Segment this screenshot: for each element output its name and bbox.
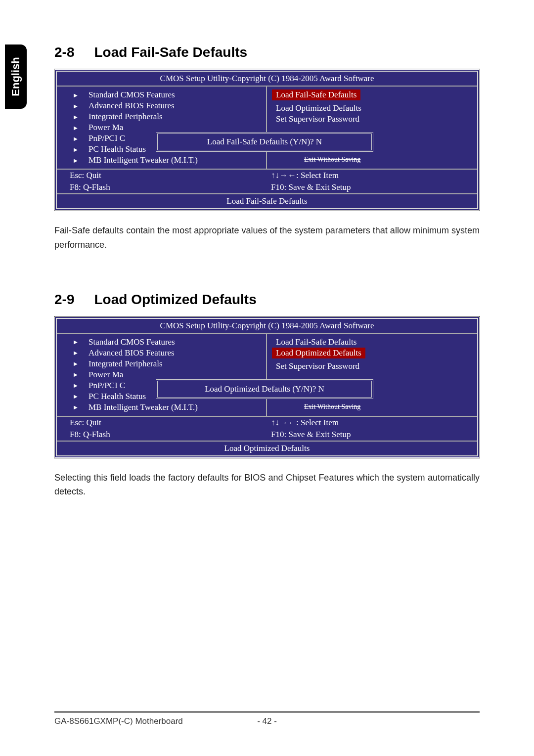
footer-page-number: - 42 - bbox=[247, 716, 287, 726]
key-f10: F10: Save & Exit Setup bbox=[267, 430, 464, 440]
bios-title: CMOS Setup Utility-Copyright (C) 1984-20… bbox=[57, 319, 477, 334]
menu-item-highlighted[interactable]: Load Fail-Safe Defaults bbox=[272, 89, 360, 100]
heading-2-9-num: 2-9 bbox=[54, 292, 74, 308]
bios-left-column: Standard CMOS Features Advanced BIOS Fea… bbox=[57, 87, 267, 169]
confirm-dialog-failsafe[interactable]: Load Fail-Safe Defaults (Y/N)? N bbox=[156, 132, 373, 152]
menu-item[interactable]: Integrated Peripherals bbox=[62, 111, 261, 122]
key-hint-row: F8: Q-Flash F10: Save & Exit Setup bbox=[57, 429, 477, 441]
menu-item[interactable]: Power Ma bbox=[62, 369, 261, 380]
description-28: Fail-Safe defaults contain the most appr… bbox=[54, 223, 480, 252]
description-29: Selecting this field loads the factory d… bbox=[54, 471, 480, 499]
menu-item[interactable]: Power Ma bbox=[62, 122, 261, 133]
heading-2-9-title: Load Optimized Defaults bbox=[94, 292, 256, 307]
bios-left-column: Standard CMOS Features Advanced BIOS Fea… bbox=[57, 334, 267, 416]
language-tab: English bbox=[5, 44, 27, 109]
key-hint-row: Esc: Quit ↑↓→←: Select Item bbox=[57, 417, 477, 429]
page-footer: GA-8S661GXMP(-C) Motherboard - 42 - bbox=[54, 712, 480, 726]
key-f8: F8: Q-Flash bbox=[70, 182, 267, 192]
menu-item-highlighted[interactable]: Load Optimized Defaults bbox=[272, 348, 365, 358]
heading-2-8: 2-8Load Fail-Safe Defaults bbox=[54, 44, 480, 60]
key-f10: F10: Save & Exit Setup bbox=[267, 182, 464, 192]
status-bar: Load Optimized Defaults bbox=[57, 441, 477, 455]
key-select: ↑↓→←: Select Item bbox=[267, 171, 464, 180]
bios-screen-28: CMOS Setup Utility-Copyright (C) 1984-20… bbox=[54, 69, 480, 211]
key-esc: Esc: Quit bbox=[70, 418, 267, 428]
footer-model: GA-8S661GXMP(-C) Motherboard bbox=[54, 716, 247, 726]
heading-2-8-title: Load Fail-Safe Defaults bbox=[94, 44, 247, 60]
menu-item[interactable]: Set Supervisor Password bbox=[272, 361, 472, 372]
menu-item[interactable]: MB Intelligent Tweaker (M.I.T.) bbox=[62, 155, 261, 166]
heading-2-9: 2-9Load Optimized Defaults bbox=[54, 292, 480, 308]
menu-item[interactable]: Advanced BIOS Features bbox=[62, 100, 261, 111]
dialog-text: Load Fail-Safe Defaults (Y/N)? N bbox=[207, 137, 322, 146]
key-select: ↑↓→←: Select Item bbox=[267, 418, 464, 428]
status-bar: Load Fail-Safe Defaults bbox=[57, 193, 477, 208]
key-f8: F8: Q-Flash bbox=[70, 430, 267, 440]
key-hint-row: Esc: Quit ↑↓→←: Select Item bbox=[57, 170, 477, 181]
obscured-text: Exit Without Saving bbox=[304, 156, 383, 164]
menu-item[interactable]: Integrated Peripherals bbox=[62, 358, 261, 369]
dialog-text: Load Optimized Defaults (Y/N)? N bbox=[205, 384, 324, 394]
menu-item[interactable]: Advanced BIOS Features bbox=[62, 348, 261, 358]
menu-item[interactable]: MB Intelligent Tweaker (M.I.T.) bbox=[62, 402, 261, 413]
language-label: English bbox=[9, 57, 22, 96]
bios-screen-29: CMOS Setup Utility-Copyright (C) 1984-20… bbox=[54, 316, 480, 458]
menu-item[interactable]: Load Optimized Defaults bbox=[272, 103, 472, 114]
menu-item[interactable]: Load Fail-Safe Defaults bbox=[272, 337, 472, 348]
menu-item[interactable]: Standard CMOS Features bbox=[62, 89, 261, 100]
menu-item[interactable]: Standard CMOS Features bbox=[62, 337, 261, 348]
menu-item[interactable]: Set Supervisor Password bbox=[272, 114, 472, 125]
bios-title: CMOS Setup Utility-Copyright (C) 1984-20… bbox=[57, 72, 477, 87]
key-hint-row: F8: Q-Flash F10: Save & Exit Setup bbox=[57, 181, 477, 193]
obscured-text: Exit Without Saving bbox=[304, 403, 383, 411]
confirm-dialog-optimized[interactable]: Load Optimized Defaults (Y/N)? N bbox=[156, 379, 373, 399]
heading-2-8-num: 2-8 bbox=[54, 44, 74, 60]
key-esc: Esc: Quit bbox=[70, 171, 267, 180]
